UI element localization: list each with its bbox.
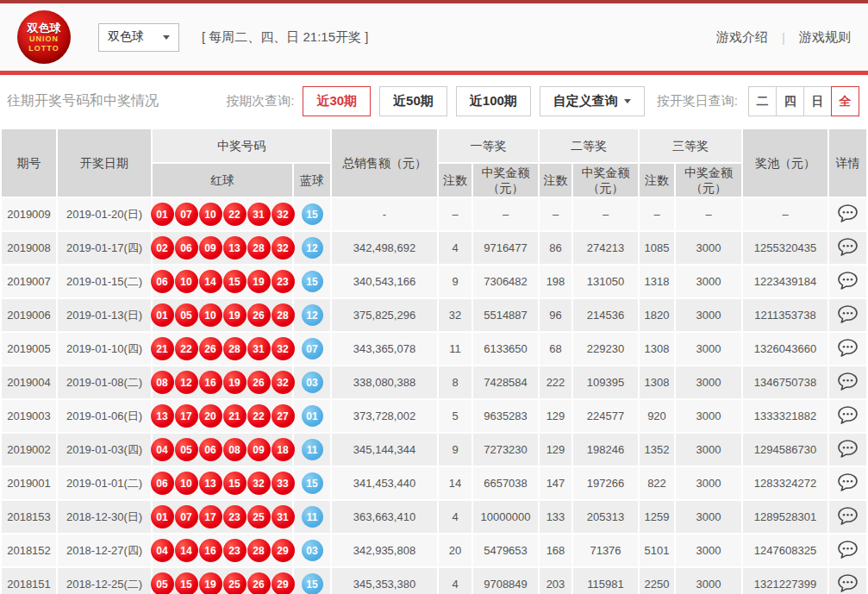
table-row: 20190022019-01-03(四)04050608091811345,14… [2,434,866,466]
red-ball: 01 [151,203,174,226]
first-prize-amount-cell: 7306482 [473,266,538,297]
red-ball: 01 [151,303,174,327]
filter-last-50[interactable]: 近50期 [379,86,447,116]
detail-comment-button[interactable] [837,506,859,526]
section-title: 往期开奖号码和中奖情况 [7,92,159,110]
blue-ball: 07 [302,338,323,360]
detail-cell [829,501,866,533]
red-balls: 061014151923 [153,270,292,293]
blue-ball: 15 [302,573,323,594]
detail-comment-button[interactable] [837,304,859,324]
blue-ball-cell: 15 [294,467,330,499]
detail-cell [829,568,866,594]
col-header-blue-ball: 蓝球 [294,164,330,197]
table-row: 20190082019-01-17(四)02060913283212342,49… [2,232,866,264]
red-balls-cell: 010510192628 [153,299,292,331]
red-balls: 020609132832 [153,236,292,259]
second-prize-amount-cell: 131050 [573,266,638,297]
game-select-dropdown[interactable]: 双色球 [98,23,179,52]
date-cell: 2019-01-08(二) [58,366,151,398]
red-ball: 23 [223,505,247,528]
table-row: 20181522018-12-27(四)04141623282903342,93… [2,535,866,566]
detail-comment-button[interactable] [837,573,859,593]
table-row: 20190012019-01-01(二)06101315323315341,45… [2,467,866,499]
red-balls: 051519252629 [153,572,292,594]
detail-comment-button[interactable] [837,439,859,459]
second-prize-count-cell: – [540,198,571,230]
second-prize-amount-cell: 205313 [573,501,638,533]
red-ball: 26 [199,337,222,360]
day-filter-thu[interactable]: 四 [776,86,804,116]
col-header-detail: 详情 [829,129,866,197]
red-ball: 19 [223,303,247,327]
day-filter-sun[interactable]: 日 [803,86,832,116]
red-ball: 15 [223,472,247,495]
red-balls-cell: 010710223132 [153,198,292,230]
game-intro-link[interactable]: 游戏介绍 [716,29,768,46]
red-ball: 08 [223,438,247,461]
blue-ball-cell: 01 [294,400,330,432]
filter-last-100[interactable]: 近100期 [456,86,531,116]
by-period-label: 按期次查询: [226,93,294,109]
detail-comment-button[interactable] [837,271,859,291]
second-prize-count-cell: 147 [540,467,571,499]
red-ball: 32 [247,472,271,495]
detail-comment-button[interactable] [837,540,859,560]
comment-dots-icon [837,372,859,391]
table-row: 20190092019-01-20(日)01071022313215-–––––… [2,198,866,230]
red-ball: 08 [151,371,174,394]
comment-dots-icon [837,540,859,560]
third-prize-count-cell: 1308 [640,366,674,398]
third-prize-amount-cell: 3000 [676,266,741,297]
first-prize-amount-cell: 6133650 [473,333,538,365]
results-table: 期号 开奖日期 中奖号码 总销售额（元） 一等奖 二等奖 三等奖 奖池（元） 详… [0,128,868,594]
red-ball: 20 [199,404,222,428]
third-prize-amount-cell: – [676,198,741,230]
day-filter-tue[interactable]: 二 [748,86,777,116]
red-ball: 06 [151,270,174,293]
third-prize-amount-cell: 3000 [676,333,741,365]
third-prize-count-cell: 822 [640,467,674,499]
detail-comment-button[interactable] [837,405,859,425]
day-filter-all[interactable]: 全 [831,86,859,116]
red-ball: 22 [223,203,247,226]
blue-ball-cell: 07 [294,333,330,365]
custom-query-dropdown[interactable]: 自定义查询 [540,86,645,116]
red-balls-cell: 010717232531 [153,501,292,533]
second-prize-count-cell: 68 [540,333,571,365]
header-nav: 游戏介绍 | 游戏规则 [716,29,851,46]
red-ball: 31 [272,505,295,528]
game-rules-link[interactable]: 游戏规则 [799,29,851,46]
third-prize-amount-cell: 3000 [676,467,741,499]
detail-comment-button[interactable] [837,203,859,223]
blue-ball-cell: 15 [294,266,330,297]
sales-cell: - [332,198,437,230]
sales-cell: 345,353,380 [332,568,437,594]
col-header-amount-2: 中奖金额（元） [573,164,638,197]
comment-dots-icon [837,472,859,492]
red-ball: 15 [223,270,247,293]
red-ball: 25 [223,572,247,594]
detail-comment-button[interactable] [837,237,859,257]
detail-comment-button[interactable] [837,472,859,492]
col-header-issue: 期号 [2,129,56,197]
first-prize-count-cell: 9 [439,266,471,297]
red-balls-cell: 020609132832 [153,232,292,264]
detail-comment-button[interactable] [837,372,859,391]
date-cell: 2019-01-10(四) [58,333,151,365]
second-prize-amount-cell: – [573,198,638,230]
red-ball: 26 [247,371,271,394]
issue-cell: 2018153 [2,501,56,533]
issue-cell: 2019008 [2,232,56,264]
chevron-down-icon [624,99,631,103]
detail-comment-button[interactable] [837,338,859,358]
pool-cell: 1223439184 [743,266,827,297]
third-prize-count-cell: 1308 [640,333,674,365]
blue-ball-cell: 03 [294,535,330,566]
col-header-amount-3: 中奖金额（元） [676,164,741,197]
second-prize-count-cell: 133 [540,501,571,533]
red-balls: 212226283132 [153,337,292,360]
filter-last-30[interactable]: 近30期 [303,86,371,116]
red-ball: 15 [175,572,198,594]
blue-ball: 03 [302,540,323,561]
